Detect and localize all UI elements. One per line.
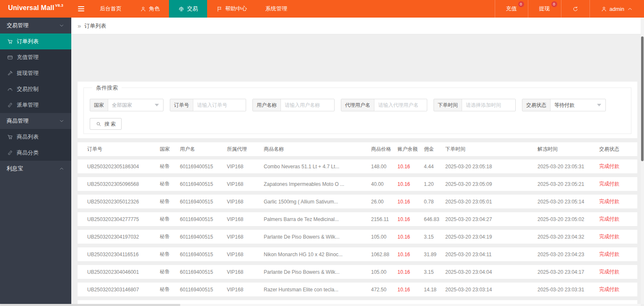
sidebar-item-product-category[interactable]: 商品分类 bbox=[0, 145, 71, 161]
cell-price: 105.00 bbox=[371, 234, 397, 240]
filter-label-agent-name: 代理用户名 bbox=[341, 99, 374, 111]
nav-item-label: 帮助中心 bbox=[225, 5, 247, 13]
cell-unfreeze_time: 2025-03-20 23:05:14 bbox=[538, 199, 599, 205]
sidebar-group-trade-management[interactable]: 交易管理 bbox=[0, 18, 71, 33]
column-header-order_no: 订单号 bbox=[87, 146, 160, 153]
cell-product: Zapatones Impermeables Moto O ... bbox=[264, 181, 371, 187]
sidebar-item-label: 派单管理 bbox=[17, 101, 39, 109]
cell-commission: 1.20 bbox=[424, 181, 445, 187]
brand-logo: Universal Mall V8.3 bbox=[0, 0, 71, 18]
sidebar-group-label: 利息宝 bbox=[7, 165, 23, 172]
sidebar-group-interest-treasure[interactable]: 利息宝 bbox=[0, 161, 71, 177]
cell-order_no: UB2503202305096568 bbox=[87, 181, 160, 187]
cell-price: 472.50 bbox=[371, 287, 397, 293]
filter-fieldset: 条件搜索 国家全部国家订单号用户名称代理用户名下单时间交易状态等待付款 搜 索 bbox=[83, 87, 631, 134]
scale-icon bbox=[178, 6, 184, 12]
cell-username: 601169400515 bbox=[180, 234, 227, 240]
table-row: UB2503202305096568秘鲁601169400515VIP168Za… bbox=[78, 177, 637, 191]
chevron-down-icon bbox=[59, 118, 65, 124]
cell-price: 40.00 bbox=[371, 181, 397, 187]
sidebar-item-withdraw-management[interactable]: 提现管理 bbox=[0, 65, 71, 81]
sidebar-item-product-list[interactable]: 商品列表 bbox=[0, 129, 71, 145]
cell-status: 完成付款 bbox=[599, 198, 637, 205]
top-navbar: Universal Mall V8.3 后台首页角色交易帮助中心系统管理 充值 … bbox=[0, 0, 644, 18]
cell-agent: VIP168 bbox=[227, 164, 264, 170]
nav-item-trade[interactable]: 交易 bbox=[169, 0, 207, 18]
caret-down-icon bbox=[597, 104, 601, 106]
table-row: UB2503202304277775秘鲁601169400515VIP168Pa… bbox=[78, 212, 637, 226]
nav-item-label: 系统管理 bbox=[265, 5, 287, 13]
cell-username: 601169400515 bbox=[180, 164, 227, 170]
user-name-input[interactable] bbox=[281, 99, 334, 111]
cell-unfreeze_time: 2025-03-20 23:04:23 bbox=[538, 252, 599, 257]
cell-balance: 10.16 bbox=[397, 181, 424, 187]
table-row: UB2503202304046001秘鲁601169400515VIP168Pa… bbox=[78, 265, 637, 279]
search-icon bbox=[96, 121, 101, 127]
filter-field-agent-name: 代理用户名 bbox=[341, 99, 427, 111]
sidebar-group-product-management[interactable]: 商品管理 bbox=[0, 113, 71, 129]
filter-panel: 条件搜索 国家全部国家订单号用户名称代理用户名下单时间交易状态等待付款 搜 索 bbox=[78, 82, 637, 138]
sidebar-item-order-list[interactable]: 订单列表 bbox=[0, 33, 71, 49]
brand-name: Universal Mall bbox=[8, 4, 54, 12]
cell-product: Parlante De Piso Bowers & Wilk... bbox=[264, 269, 371, 275]
nav-item-system-management[interactable]: 系统管理 bbox=[256, 0, 296, 18]
recharge-button[interactable]: 充值 0 bbox=[495, 0, 528, 18]
horizontal-scrollbar[interactable] bbox=[0, 304, 641, 306]
cell-order_time: 2025-03-20 23:05:01 bbox=[445, 199, 538, 205]
withdraw-button[interactable]: 提现 0 bbox=[528, 0, 561, 18]
sidebar-item-recharge-management[interactable]: 充值管理 bbox=[0, 49, 71, 65]
orders-table-header: 订单号国家用户名所属代理商品名称商品价格账户余额佣金下单时间解冻时间交易状态 bbox=[78, 142, 637, 157]
filter-field-country[interactable]: 国家全部国家 bbox=[90, 99, 164, 111]
order-time-input[interactable] bbox=[462, 99, 515, 111]
cell-unfreeze_time: 2025-03-20 23:05:21 bbox=[538, 181, 599, 187]
orders-table: UB2503202305186304秘鲁601169400515VIP168Co… bbox=[78, 157, 637, 304]
search-button[interactable]: 搜 索 bbox=[90, 118, 122, 130]
trade-status-select-value: 等待付款 bbox=[551, 99, 597, 111]
filter-label-order-time: 下单时间 bbox=[434, 99, 462, 111]
caret-down-icon bbox=[155, 104, 159, 106]
cell-status: 完成付款 bbox=[599, 163, 637, 170]
chevron-up-icon bbox=[59, 166, 65, 172]
cell-order_time: 2025-03-20 23:04:19 bbox=[445, 234, 538, 240]
sidebar-item-dispatch-management[interactable]: 派单管理 bbox=[0, 97, 71, 113]
cell-country: 秘鲁 bbox=[160, 286, 180, 293]
nav-item-label: 后台首页 bbox=[100, 5, 122, 13]
link-icon bbox=[7, 102, 13, 108]
sidebar: 交易管理订单列表充值管理提现管理交易控制派单管理商品管理商品列表商品分类利息宝 bbox=[0, 18, 71, 304]
nav-item-help-center[interactable]: 帮助中心 bbox=[207, 0, 256, 18]
horizontal-scrollbar-thumb[interactable] bbox=[0, 304, 180, 306]
cell-product: Razer Huntsman Elite con tecla... bbox=[264, 287, 371, 293]
recharge-badge: 0 bbox=[518, 1, 524, 7]
sidebar-toggle-button[interactable] bbox=[71, 0, 91, 18]
sidebar-item-trade-control[interactable]: 交易控制 bbox=[0, 81, 71, 97]
sidebar-item-label: 订单列表 bbox=[17, 38, 39, 45]
refresh-button[interactable] bbox=[561, 0, 589, 18]
cell-unfreeze_time: 2025-03-20 23:04:32 bbox=[538, 234, 599, 240]
chevron-down-icon bbox=[59, 23, 65, 28]
cell-product: Combo Neveras 51.1 Lt + 4.7 Lt... bbox=[264, 164, 371, 170]
cell-order_time: 2025-03-20 23:03:14 bbox=[445, 287, 538, 293]
nav-item-roles[interactable]: 角色 bbox=[131, 0, 169, 18]
page-title: 订单列表 bbox=[84, 22, 106, 30]
withdraw-badge: 0 bbox=[551, 1, 557, 7]
cell-username: 601169400515 bbox=[180, 252, 227, 257]
sidebar-item-label: 充值管理 bbox=[17, 54, 39, 61]
cell-price: 2156.11 bbox=[371, 216, 397, 222]
vertical-scrollbar[interactable] bbox=[641, 18, 644, 304]
vertical-scrollbar-thumb[interactable] bbox=[641, 36, 644, 161]
user-menu[interactable]: admin bbox=[589, 0, 644, 18]
filter-label-trade-status: 交易状态 bbox=[522, 99, 551, 111]
cell-status: 完成付款 bbox=[599, 180, 637, 188]
filter-field-trade-status[interactable]: 交易状态等待付款 bbox=[522, 99, 606, 111]
column-header-price: 商品价格 bbox=[371, 146, 397, 153]
cell-balance: 10.16 bbox=[397, 216, 424, 222]
nav-item-label: 交易 bbox=[187, 5, 198, 13]
agent-name-input[interactable] bbox=[374, 99, 427, 111]
cell-country: 秘鲁 bbox=[160, 163, 180, 170]
recharge-label: 充值 bbox=[506, 5, 517, 13]
order-no-input[interactable] bbox=[193, 99, 246, 111]
nav-item-dashboard[interactable]: 后台首页 bbox=[91, 0, 131, 18]
cell-unfreeze_time: 2025-03-20 23:03:31 bbox=[538, 287, 599, 293]
cell-status: 完成付款 bbox=[599, 268, 637, 275]
column-header-unfreeze_time: 解冻时间 bbox=[538, 146, 599, 153]
